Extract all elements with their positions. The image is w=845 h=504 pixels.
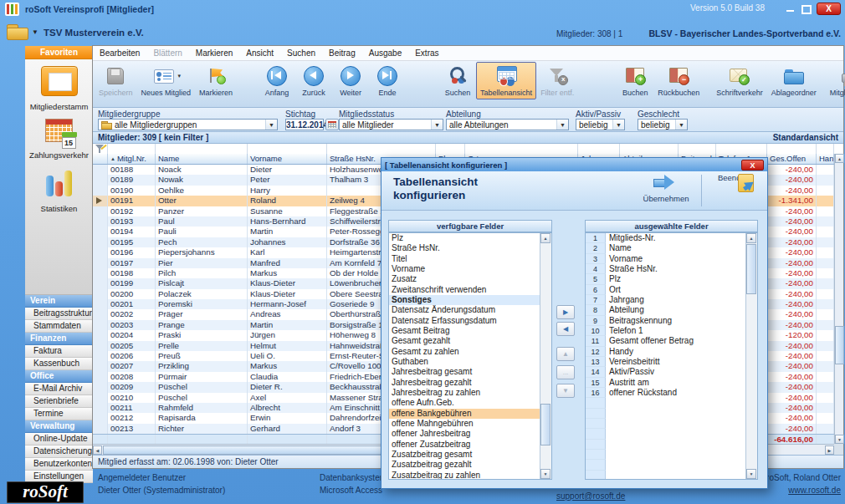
markieren-button[interactable]: Markieren <box>195 62 237 99</box>
available-field-stra-e-hsnr[interactable]: Straße HsNr. <box>389 243 540 253</box>
filter-row-cell[interactable] <box>716 144 767 154</box>
scroll-thumb[interactable] <box>746 244 756 294</box>
scroll-up-icon[interactable]: ▲ <box>540 233 551 243</box>
available-field-zusatzbeitrag-gesamt[interactable]: Zusatzbeitrag gesamt <box>389 450 540 460</box>
selected-field-row[interactable]: 10Telefon 1 <box>586 326 745 336</box>
scroll-down-icon[interactable]: ▼ <box>835 435 844 444</box>
column-header-vorname[interactable]: Vorname <box>248 154 327 164</box>
selected-field-row[interactable]: 9Beitragskennung <box>586 316 745 326</box>
move-right-button[interactable]: ▶ <box>556 305 575 319</box>
menu-ansicht[interactable]: Ansicht <box>239 48 280 58</box>
sidebar-item-serienbriefe[interactable]: Serienbriefe <box>25 395 93 408</box>
filter-row-cell[interactable] <box>767 144 817 154</box>
available-field-jahresbeitrag-gesamt[interactable]: Jahresbeitrag gesamt <box>389 367 540 377</box>
filter-row-cell[interactable] <box>327 144 436 154</box>
menu-bearbeiten[interactable]: Bearbeiten <box>93 48 146 58</box>
available-field-offene-mahngeb-hren[interactable]: offene Mahngebühren <box>389 419 540 429</box>
suchen-button[interactable]: Suchen <box>439 62 476 99</box>
filter-row-cell[interactable] <box>108 144 156 154</box>
selected-field-row[interactable]: 15Austritt am <box>586 378 745 388</box>
available-field-gesamt-zu-zahlen[interactable]: Gesamt zu zahlen <box>389 347 540 357</box>
neues-mitglied-button[interactable]: ▾Neues Mitglied <box>137 62 196 99</box>
filter-row-cell[interactable] <box>679 144 716 154</box>
sidebar-item-online-update[interactable]: Online-Update <box>25 433 93 445</box>
chevron-down-icon[interactable]: ▼ <box>556 120 568 130</box>
available-list-scrollbar[interactable]: ▲ ▼ <box>540 233 551 479</box>
chevron-down-icon[interactable]: ▼ <box>675 120 687 130</box>
selected-field-row[interactable]: 4Straße HsNr. <box>586 264 745 274</box>
selected-field-row[interactable]: 16offener Rückstand <box>586 388 745 398</box>
table-vertical-scrollbar[interactable]: ▲ ▼ <box>834 154 843 444</box>
selected-field-row[interactable]: 13Vereinsbeitritt <box>586 357 745 367</box>
selected-field-row[interactable]: 14Aktiv/Passiv <box>586 367 745 377</box>
buchen-button[interactable]: Buchen <box>617 62 653 99</box>
available-field-jahresbeitrag-zu-zahlen[interactable]: Jahresbeitrag zu zahlen <box>389 388 540 398</box>
column-header-mitgl-nr[interactable]: ▲Mitgl.Nr. <box>108 154 156 164</box>
sidebar-item-faktura[interactable]: Faktura <box>25 345 93 358</box>
support-email-link[interactable]: support@rosoft.de <box>556 491 625 501</box>
selected-field-row[interactable]: 2Name <box>586 243 745 253</box>
dialog-close-button[interactable]: X <box>741 160 764 171</box>
scroll-right-icon[interactable]: ▶ <box>825 445 834 455</box>
uebernehmen-button[interactable]: Übernehmen <box>638 175 694 203</box>
stichtag-date-input[interactable]: 31.12.2014 <box>285 119 324 130</box>
sidebar-item-termine[interactable]: Termine <box>25 408 93 420</box>
anfang-button[interactable]: Anfang <box>259 62 295 99</box>
menu-suchen[interactable]: Suchen <box>280 48 322 58</box>
schriftverkehr-button[interactable]: Schriftverkehr <box>712 62 767 99</box>
sidebar-item-zahlungsverkehr[interactable]: 15Zahlungsverkehr <box>25 118 93 160</box>
available-field-offene-bankgeb-hren[interactable]: offene Bankgebühren <box>389 409 540 419</box>
sidebar-item-mitgliederstamm[interactable]: Mitgliederstamm <box>25 66 93 111</box>
filter-row-cell[interactable] <box>578 144 620 154</box>
available-field-datensatz-erfassungsdatum[interactable]: Datensatz Erfassungsdatum <box>389 316 540 326</box>
scroll-thumb[interactable] <box>540 404 551 445</box>
selected-field-row[interactable]: 7Jahrgang <box>586 295 745 305</box>
filter-row-selector-cell[interactable] <box>93 144 108 154</box>
selected-list-scrollbar[interactable]: ▲ ▼ <box>745 233 757 479</box>
available-field-zweitanschrift-verwenden[interactable]: Zweitanschrift verwenden <box>389 285 540 295</box>
menu-extras[interactable]: Extras <box>408 48 445 58</box>
menu-markieren[interactable]: Markieren <box>189 48 239 58</box>
filter-row-cell[interactable] <box>817 144 834 154</box>
available-field-offener-jahresbeitrag[interactable]: offener Jahresbeitrag <box>389 429 540 439</box>
chevron-down-icon[interactable]: ▼ <box>265 120 277 130</box>
filter-row-cell[interactable] <box>156 144 248 154</box>
available-field-gesamt-gezahlt[interactable]: Gesamt gezahlt <box>389 336 540 346</box>
dropdown-caret-icon[interactable]: ▾ <box>178 73 182 79</box>
website-link[interactable]: www.rosoft.de <box>788 486 841 495</box>
weiter-button[interactable]: Weiter <box>332 62 369 99</box>
column-header-ges-offen[interactable]: Ges.Offen <box>767 154 817 164</box>
maximize-button[interactable] <box>799 3 813 15</box>
filter-abteilung-select[interactable]: alle Abteilungen▼ <box>446 119 569 130</box>
filter-mitgliedsstatus-select[interactable]: alle Mitglieder▼ <box>339 119 443 130</box>
filter-row-cell[interactable] <box>465 144 578 154</box>
selected-field-row[interactable]: 5Plz <box>586 274 745 284</box>
club-folder-icon[interactable] <box>7 24 28 39</box>
column-header-handy[interactable]: Handy <box>817 154 834 164</box>
scroll-up-icon[interactable]: ▲ <box>835 154 844 163</box>
sidebar-item-benutzerkonten[interactable]: Benutzerkonten <box>25 458 93 471</box>
vertical-scroll-thumb[interactable] <box>835 326 844 364</box>
calendar-button[interactable] <box>325 119 339 130</box>
available-field-offene-aufn-geb[interactable]: offene Aufn.Geb. <box>389 398 540 408</box>
sidebar-item-datensicherung[interactable]: Datensicherung <box>25 445 93 458</box>
chevron-down-icon[interactable]: ▼ <box>612 120 624 130</box>
available-field-offener-zusatzbeitrag[interactable]: offener Zusatzbeitrag <box>389 440 540 450</box>
ende-button[interactable]: Ende <box>369 62 406 99</box>
close-button[interactable]: X <box>817 3 841 15</box>
column-header-name[interactable]: Name <box>156 154 248 164</box>
available-field-zusatzbeitrag-gezahlt[interactable]: Zusatzbeitrag gezahlt <box>389 460 540 470</box>
filter-row-cell[interactable] <box>436 144 465 154</box>
available-field-plz[interactable]: Plz <box>389 233 540 243</box>
selected-field-row[interactable]: 1Mitglieds-Nr. <box>586 233 745 243</box>
scroll-up-icon[interactable]: ▲ <box>746 233 756 243</box>
minimize-button[interactable] <box>783 3 797 15</box>
sidebar-item-kassenbuch[interactable]: Kassenbuch <box>25 358 93 370</box>
available-field-datensatz-nderungsdatum[interactable]: Datensatz Änderungsdatum <box>389 305 540 315</box>
filter-row-cell[interactable] <box>620 144 679 154</box>
scroll-left-icon[interactable]: ◀ <box>93 445 102 455</box>
sidebar-item-beitragsstruktur[interactable]: Beitragsstruktur <box>25 308 93 320</box>
available-field-jahresbeitrag-gezahlt[interactable]: Jahresbeitrag gezahlt <box>389 378 540 388</box>
club-dropdown-caret-icon[interactable]: ▼ <box>32 28 38 36</box>
menu-beitrag[interactable]: Beitrag <box>322 48 362 58</box>
